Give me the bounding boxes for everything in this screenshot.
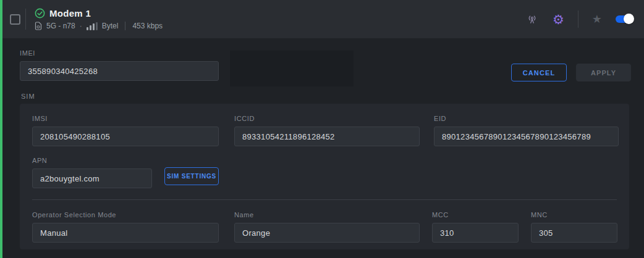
- dot-separator: ·: [80, 22, 82, 30]
- apn-label: APN: [32, 157, 152, 164]
- antenna-button[interactable]: [525, 12, 539, 26]
- favorite-button[interactable]: ★: [578, 14, 602, 25]
- iccid-label: ICCID: [234, 115, 420, 122]
- imei-field-group: IMEI: [20, 49, 219, 81]
- apn-field-group: APN: [32, 157, 152, 188]
- modem-title: Modem 1: [49, 8, 91, 19]
- operator-name-field-group: Name: [234, 211, 420, 243]
- imsi-input[interactable]: [32, 127, 219, 146]
- operator-mode-input[interactable]: [32, 223, 219, 243]
- mcc-input[interactable]: [432, 223, 519, 243]
- mcc-field-group: MCC: [432, 211, 519, 243]
- eid-field-group: EID: [434, 115, 619, 146]
- carrier-label: Bytel: [102, 22, 119, 30]
- cancel-button[interactable]: CANCEL: [511, 64, 567, 81]
- modem-select-checkbox[interactable]: [10, 14, 20, 25]
- mnc-input[interactable]: [531, 223, 617, 243]
- mnc-field-group: MNC: [531, 211, 617, 243]
- imsi-field-group: IMSI: [32, 115, 219, 146]
- empty-region: [230, 51, 354, 86]
- sim-settings-button[interactable]: SIM SETTINGS: [164, 167, 219, 185]
- eid-label: EID: [434, 115, 619, 122]
- imsi-label: IMSI: [32, 115, 219, 122]
- status-check-circle-icon: [35, 8, 45, 19]
- iccid-field-group: ICCID: [234, 115, 420, 146]
- modem-title-block: Modem 1 5G - n78 · Bytel 453 kbps: [35, 8, 163, 30]
- eid-input[interactable]: [434, 127, 619, 146]
- apn-input[interactable]: [32, 169, 152, 188]
- operator-mode-field-group: Operator Selection Mode: [32, 211, 219, 243]
- settings-button[interactable]: ⚙: [553, 13, 564, 26]
- header-actions: ⚙ ★: [525, 10, 634, 28]
- sub-divider: [125, 22, 125, 30]
- network-band-label: 5G - n78: [46, 22, 75, 30]
- imei-label: IMEI: [20, 49, 219, 57]
- star-icon: ★: [592, 14, 602, 25]
- apply-button[interactable]: APPLY: [576, 64, 631, 81]
- operator-name-label: Name: [234, 211, 420, 218]
- iccid-input[interactable]: [234, 127, 420, 146]
- signal-strength-icon: [87, 22, 98, 30]
- operator-mode-label: Operator Selection Mode: [32, 211, 219, 218]
- sim-panel: IMSI ICCID EID APN SIM SETTINGS Operator…: [20, 104, 629, 249]
- antenna-icon: [525, 12, 539, 26]
- mcc-label: MCC: [432, 211, 519, 218]
- header-divider: [25, 9, 26, 30]
- operator-name-input[interactable]: [234, 223, 420, 243]
- imei-input[interactable]: [20, 61, 219, 81]
- panel-divider: [32, 199, 617, 200]
- modem-header: Modem 1 5G - n78 · Bytel 453 kbps: [2, 0, 644, 38]
- speed-label: 453 kbps: [132, 22, 163, 30]
- modem-detail-panel: Modem 1 5G - n78 · Bytel 453 kbps: [0, 0, 644, 258]
- mnc-label: MNC: [531, 211, 617, 218]
- sim-section-label: SIM: [21, 93, 35, 100]
- sim-card-icon: [35, 22, 42, 30]
- toggle-knob: [624, 14, 634, 24]
- modem-enabled-toggle[interactable]: [616, 15, 634, 23]
- gear-icon: ⚙: [553, 13, 564, 26]
